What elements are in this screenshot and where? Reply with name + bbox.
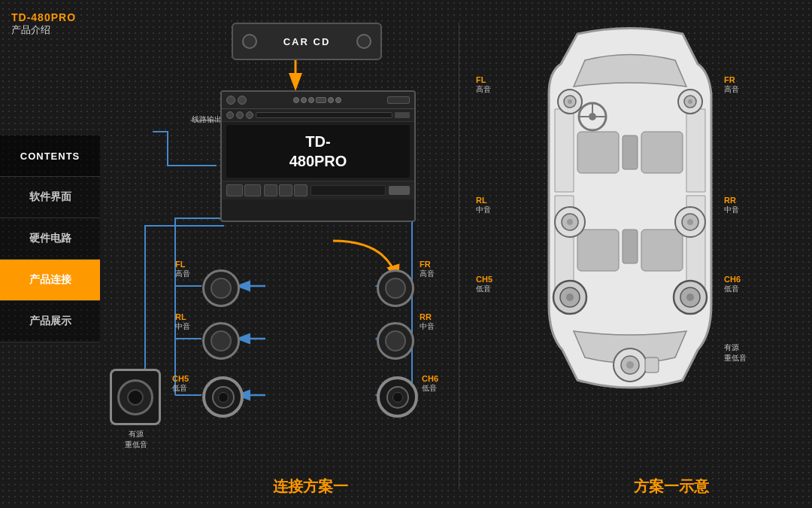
- svg-rect-32: [645, 357, 659, 373]
- sidebar: CONTENTS 软件界面 硬件电路 产品连接 产品展示: [0, 135, 100, 342]
- spk-rl-label: RL 中音: [175, 312, 190, 332]
- svg-point-16: [688, 99, 692, 104]
- car-rr-label: RR 中音: [724, 196, 739, 215]
- wire-label: 线路输出: [192, 114, 222, 125]
- svg-point-31: [626, 361, 634, 369]
- car-cd-unit: CAR CD: [232, 23, 382, 60]
- section-title-right: 方案一示意: [468, 476, 812, 497]
- device-bottom-row: [222, 181, 414, 199]
- car-diagram-section: FL 高音 FR 高音 RL 中音 RR 中音 CH5 低音 CH6 低音: [468, 0, 812, 508]
- divider: [459, 23, 459, 489]
- speaker-rr: [377, 322, 414, 360]
- sidebar-item-software[interactable]: 软件界面: [0, 177, 100, 218]
- subwoofer-box: [110, 369, 161, 425]
- device-knob-1: [226, 96, 235, 105]
- svg-rect-4: [623, 135, 638, 169]
- section-title-left: 连接方案一: [198, 476, 423, 497]
- svg-rect-1: [641, 132, 683, 173]
- sidebar-item-connection[interactable]: 产品连接: [0, 260, 100, 301]
- spk-rr-label: RR 中音: [420, 312, 435, 332]
- spk-fr-label: FR 高音: [420, 260, 435, 279]
- car-ch5-label: CH5 低音: [476, 275, 492, 294]
- model-name: TD-480PRO: [11, 11, 76, 23]
- car-rl-label: RL 中音: [476, 196, 491, 215]
- device-label: TD-480PRO: [289, 132, 347, 171]
- svg-rect-5: [623, 230, 638, 263]
- svg-rect-2: [577, 230, 619, 271]
- speaker-fr: [377, 269, 414, 307]
- speaker-ch6: [377, 376, 418, 418]
- device-row-2: [222, 109, 414, 122]
- svg-point-22: [687, 219, 693, 225]
- car-ch6-label: CH6 低音: [724, 275, 741, 294]
- svg-point-28: [686, 294, 694, 301]
- main-content: CAR CD 线路输出: [100, 0, 812, 508]
- sidebar-item-hardware[interactable]: 硬件电路: [0, 218, 100, 260]
- car-body-svg: [517, 19, 743, 410]
- svg-point-13: [568, 99, 572, 104]
- speaker-ch5: [202, 376, 244, 418]
- device-knob-2: [238, 96, 247, 105]
- speaker-rl: [202, 322, 240, 360]
- car-cd-label: CAR CD: [283, 36, 331, 47]
- svg-point-7: [589, 113, 596, 120]
- spk-ch6-label: CH6 低音: [422, 374, 438, 394]
- svg-point-19: [567, 219, 573, 225]
- header: TD-480PRO 产品介绍: [11, 11, 76, 37]
- speaker-fl: [202, 269, 240, 307]
- device-label-area: TD-480PRO: [226, 125, 410, 178]
- car-fr-label: FR 高音: [724, 75, 739, 95]
- subwoofer-label: 有源 重低音: [108, 429, 164, 450]
- car-fl-label: FL 高音: [476, 75, 491, 95]
- svg-point-25: [566, 294, 574, 301]
- device-connector-row: [249, 97, 385, 103]
- device-top-row: [222, 92, 414, 109]
- car-cd-dot-left: [242, 34, 257, 49]
- sidebar-item-display[interactable]: 产品展示: [0, 301, 100, 342]
- svg-rect-3: [641, 230, 683, 271]
- page-subtitle: 产品介绍: [11, 23, 76, 37]
- spk-ch5-label: CH5 低音: [172, 374, 189, 394]
- car-cd-dot-right: [356, 34, 371, 49]
- spk-fl-label: FL 高音: [175, 260, 190, 279]
- svg-rect-0: [577, 132, 619, 173]
- car-subwoofer-label: 有源 重低音: [724, 342, 747, 364]
- device-unit: TD-480PRO: [220, 90, 416, 222]
- sidebar-item-contents[interactable]: CONTENTS: [0, 135, 100, 177]
